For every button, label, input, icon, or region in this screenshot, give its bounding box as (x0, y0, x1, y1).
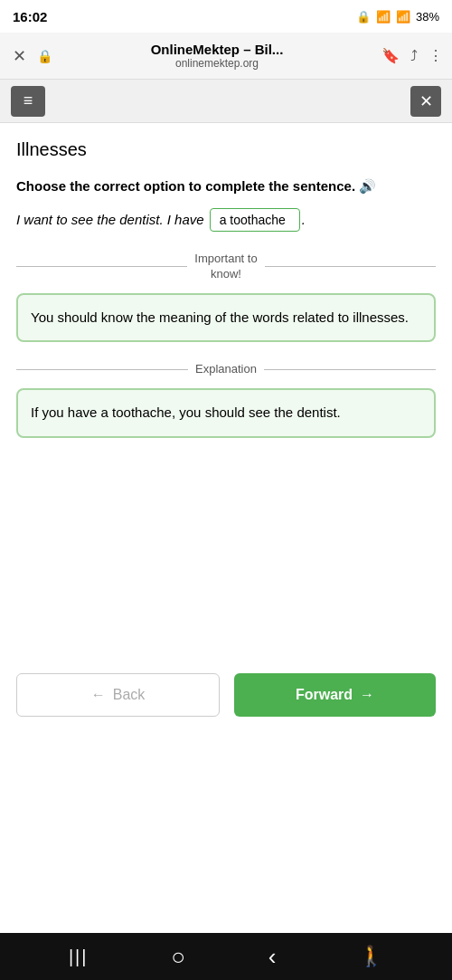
main-content: Illnesses Choose the correct option to c… (0, 123, 452, 641)
close-x-button[interactable]: ✕ (410, 86, 441, 117)
speaker-icon[interactable]: 🔊 (359, 178, 376, 194)
divider-line-right2 (264, 369, 436, 370)
share-icon[interactable]: ⤴ (410, 48, 418, 64)
forward-icon: → (360, 687, 374, 703)
bookmark-icon[interactable]: 🔖 (381, 47, 400, 64)
back-button[interactable]: ← Back (16, 673, 220, 717)
info-box-explanation: If you have a toothache, you should see … (16, 388, 436, 438)
sentence-end: . (302, 212, 306, 227)
status-bar: 16:02 🔒 📶 📶 38% (0, 0, 452, 33)
browser-bar: ✕ 🔒 OnlineMektep – Bil... onlinemektep.o… (0, 33, 452, 80)
spacer (0, 733, 452, 933)
lock-status-icon: 🔒 (356, 10, 371, 24)
page-title: Illnesses (16, 139, 436, 160)
back-label: Back (113, 687, 146, 703)
bottom-nav: ||| ○ ‹ 🚶 (0, 933, 452, 980)
divider-line-left2 (16, 369, 188, 370)
browser-title-block: OnlineMektep – Bil... onlinemektep.org (60, 42, 374, 70)
status-icons: 🔒 📶 📶 38% (356, 10, 439, 24)
divider-line-left (16, 266, 187, 267)
sentence-part1: I want to see the dentist. I have (16, 212, 204, 227)
hamburger-button[interactable]: ≡ (11, 86, 45, 117)
browser-title: OnlineMektep – Bil... (151, 42, 284, 57)
instruction-block: Choose the correct option to complete th… (16, 176, 436, 195)
divider-explanation: Explanation (16, 362, 436, 377)
bottom-nav-home[interactable]: ○ (171, 943, 185, 971)
info-box-important: You should know the meaning of the words… (16, 293, 436, 343)
bottom-nav-person[interactable]: 🚶 (359, 945, 383, 968)
divider-important: Important to know! (16, 252, 436, 282)
nav-buttons: ← Back Forward → (0, 657, 452, 733)
forward-label: Forward (296, 687, 353, 703)
sentence-block: I want to see the dentist. I have a toot… (16, 208, 436, 232)
divider-label-important: Important to know! (194, 252, 257, 282)
browser-actions: 🔖 ⤴ ⋮ (381, 47, 443, 64)
menu-icon[interactable]: ⋮ (428, 47, 443, 64)
toolbar-row: ≡ ✕ (0, 80, 452, 123)
bottom-nav-menu[interactable]: ||| (69, 947, 89, 967)
wifi-icon: 📶 (376, 10, 391, 24)
forward-button[interactable]: Forward → (234, 673, 436, 717)
bottom-nav-back[interactable]: ‹ (268, 943, 277, 971)
answer-box[interactable]: a toothache (210, 208, 300, 232)
battery-label: 38% (416, 10, 439, 24)
lock-icon: 🔒 (37, 49, 52, 63)
browser-url: onlinemektep.org (175, 57, 259, 70)
info-box-important-text: You should know the meaning of the words… (31, 308, 421, 328)
status-time: 16:02 (13, 9, 47, 24)
divider-line-right (265, 266, 436, 267)
browser-close-button[interactable]: ✕ (9, 46, 30, 66)
divider-label-explanation: Explanation (195, 362, 257, 377)
signal-icon: 📶 (396, 10, 410, 24)
back-icon: ← (91, 687, 106, 703)
instruction-text: Choose the correct option to complete th… (16, 178, 355, 194)
info-box-explanation-text: If you have a toothache, you should see … (31, 403, 421, 423)
